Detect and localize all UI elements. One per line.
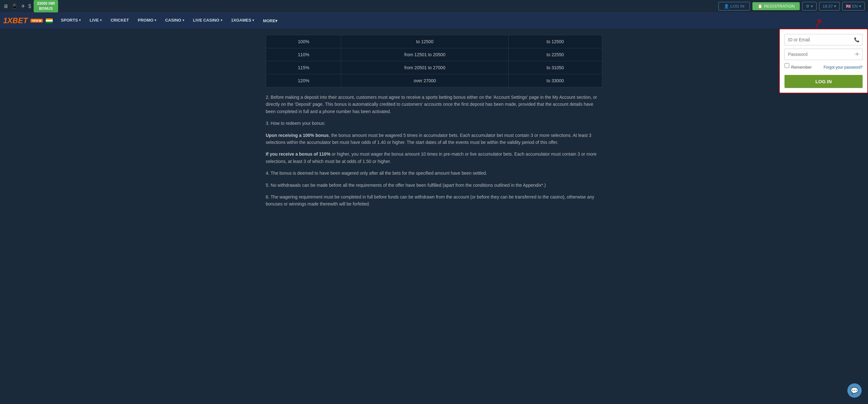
terms-content: 2. Before making a deposit into their ac… — [266, 94, 602, 208]
forgot-password-link[interactable]: Forgot your password? — [824, 65, 863, 69]
para-8-text: 6. The wagering requirement must be comp… — [266, 194, 594, 206]
nav-more[interactable]: MORE ▾ — [259, 13, 281, 29]
table-cell: to 22550 — [508, 48, 602, 61]
red-arrow-indicator: ↗ — [811, 15, 825, 31]
para-3-text: 3. How to redeem your bonus: — [266, 121, 326, 126]
remember-row: Remember Forgot your password? — [784, 63, 863, 71]
more-arrow: ▾ — [275, 19, 277, 23]
login-label: LOG IN — [731, 4, 744, 8]
para-2-text: 2. Before making a deposit into their ac… — [266, 95, 597, 114]
para-2: 2. Before making a deposit into their ac… — [266, 94, 602, 115]
login-icon: 👤 — [724, 4, 729, 8]
desktop-icon[interactable]: 🖥 — [3, 3, 8, 9]
table-row: 100% to 12500 to 12500 — [266, 35, 602, 48]
live-label: LIVE — [90, 18, 99, 23]
remember-checkbox[interactable] — [784, 63, 789, 68]
login-submit-label: LOG IN — [815, 79, 832, 84]
casino-label: CASINO — [165, 18, 181, 23]
bonus-label: BONUS — [37, 6, 55, 11]
dollar-icon[interactable]: $ — [28, 3, 31, 9]
password-input[interactable] — [784, 49, 863, 60]
table-cell: from 12501 to 20500 — [341, 48, 508, 61]
para-7: 5. No withdrawals can be made before all… — [266, 182, 602, 189]
top-bar-right: 👤 LOG IN 📋 REGISTRATION ⚙ ▾ 18:37 ▾ 🇬🇧 E… — [718, 2, 865, 10]
nav-bar: 1XBET NEW ▶ SPORTS ▾ LIVE ▾ CRICKET PROM… — [0, 13, 868, 29]
nav-item-live-casino[interactable]: LIVE CASINO ▾ — [189, 13, 226, 29]
sports-label: SPORTS — [61, 18, 78, 23]
bonus-table: 100% to 12500 to 12500 110% from 12501 t… — [266, 35, 602, 87]
cricket-label: CRICKET — [111, 18, 129, 23]
table-row: 120% over 27000 to 33000 — [266, 74, 602, 87]
live-casino-arrow: ▾ — [221, 19, 222, 22]
nav-item-live[interactable]: LIVE ▾ — [86, 13, 105, 29]
eye-icon[interactable]: 👁 — [855, 52, 860, 57]
table-cell: 115% — [266, 61, 341, 74]
register-button[interactable]: 📋 REGISTRATION — [752, 2, 800, 10]
flag-icon: 🇬🇧 — [846, 4, 851, 8]
para-5-bold: If you receive a bonus of 110% — [266, 151, 331, 156]
para-8: 6. The wagering requirement must be comp… — [266, 194, 602, 208]
para-7-text: 5. No withdrawals can be made before all… — [266, 183, 546, 188]
site-logo[interactable]: 1XBET — [3, 16, 28, 25]
password-wrapper: 👁 — [784, 49, 863, 60]
india-flag — [46, 19, 53, 23]
device-icons: 🖥 📱 ✈ $ — [3, 3, 31, 9]
bonus-amount: 33000 INR — [37, 1, 55, 6]
new-badge: NEW ▶ — [30, 19, 43, 23]
para-6-text: 4. The bonus is deemed to have been wage… — [266, 171, 487, 176]
table-row: 110% from 12501 to 20500 to 22550 — [266, 48, 602, 61]
login-button[interactable]: 👤 LOG IN — [718, 2, 750, 10]
login-submit-button[interactable]: LOG IN — [784, 75, 863, 88]
sports-arrow: ▾ — [79, 19, 81, 22]
casino-arrow: ▾ — [183, 19, 184, 22]
nav-item-cricket[interactable]: CRICKET — [107, 13, 133, 29]
language-label: EN — [852, 4, 858, 8]
register-icon: 📋 — [757, 4, 763, 8]
nav-item-sports[interactable]: SPORTS ▾ — [57, 13, 85, 29]
table-cell: over 27000 — [341, 74, 508, 87]
settings-button[interactable]: ⚙ ▾ — [802, 2, 816, 10]
promo-label: PROMO — [138, 18, 153, 23]
para-4: Upon receiving a 100% bonus, the bonus a… — [266, 132, 602, 146]
register-label: REGISTRATION — [764, 4, 795, 8]
bonus-button[interactable]: 33000 INR BONUS — [34, 0, 58, 12]
promo-arrow: ▾ — [155, 19, 156, 22]
id-email-wrapper: 📞 — [784, 34, 863, 46]
logo-text: 1XBET — [3, 16, 28, 25]
para-6: 4. The bonus is deemed to have been wage… — [266, 170, 602, 177]
nav-item-casino[interactable]: CASINO ▾ — [161, 13, 188, 29]
1xgames-label: 1XGAMES — [231, 18, 251, 23]
live-arrow: ▾ — [100, 19, 102, 22]
live-casino-label: LIVE CASINO — [193, 18, 219, 23]
top-bar: 🖥 📱 ✈ $ 33000 INR BONUS 👤 LOG IN 📋 REGIS… — [0, 0, 868, 13]
nav-item-1xgames[interactable]: 1XGAMES ▾ — [227, 13, 258, 29]
para-3: 3. How to redeem your bonus: — [266, 120, 602, 127]
more-label: MORE — [263, 19, 275, 23]
table-row: 115% from 20501 to 27000 to 31050 — [266, 61, 602, 74]
main-content: 100% to 12500 to 12500 110% from 12501 t… — [259, 29, 609, 219]
phone-icon[interactable]: 📞 — [854, 37, 860, 42]
id-email-input[interactable] — [784, 34, 863, 46]
forgot-label: Forgot your password? — [824, 65, 863, 69]
remember-label[interactable]: Remember — [784, 63, 811, 71]
table-cell: 110% — [266, 48, 341, 61]
language-button[interactable]: 🇬🇧 EN ▾ — [842, 2, 865, 10]
time-display[interactable]: 18:37 ▾ — [819, 2, 840, 10]
remember-text: Remember — [791, 65, 811, 69]
table-cell: to 33000 — [508, 74, 602, 87]
nav-item-promo[interactable]: PROMO ▾ — [134, 13, 160, 29]
table-cell: to 12500 — [341, 35, 508, 48]
table-cell: 100% — [266, 35, 341, 48]
table-cell: to 31050 — [508, 61, 602, 74]
table-cell: 120% — [266, 74, 341, 87]
telegram-icon[interactable]: ✈ — [21, 3, 25, 9]
time-value: 18:37 — [823, 4, 833, 8]
login-dropdown: ↗ 📞 👁 Remember Forgot your password? LOG… — [779, 29, 868, 93]
table-cell: from 20501 to 27000 — [341, 61, 508, 74]
para-4-bold: Upon receiving a 100% bonus — [266, 133, 329, 138]
para-5: If you receive a bonus of 110% or higher… — [266, 150, 602, 165]
1xgames-arrow: ▾ — [252, 19, 254, 22]
tablet-icon[interactable]: 📱 — [11, 3, 18, 9]
table-cell: to 12500 — [508, 35, 602, 48]
